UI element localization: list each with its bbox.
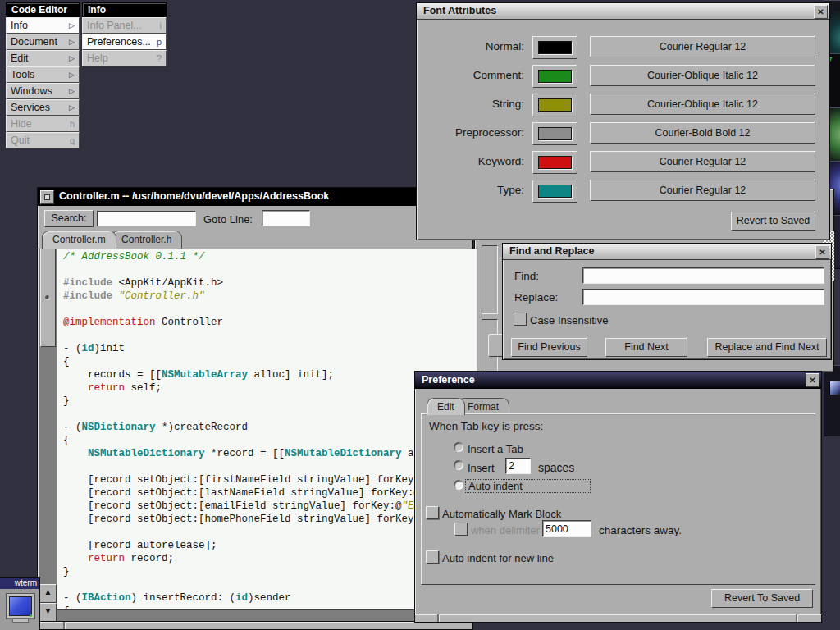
info-submenu-title[interactable]: Info [82,2,167,17]
preference-window: Preference ✕ Edit Format When Tab key is… [414,371,822,623]
miniaturize-glyph [44,194,50,200]
find-input[interactable] [582,267,824,284]
replace-input[interactable] [582,289,824,305]
revert-to-saved-button[interactable]: Revert to Saved [731,212,815,231]
font-select-button[interactable]: Courier-Oblique Italic 12 [590,94,815,115]
menu-item-label: Help [87,52,108,66]
font-attributes-title: Font Attributes [423,5,496,16]
menu-shortcut: p [157,35,162,49]
auto-indent-label: Auto indent [465,479,591,493]
vertical-scrollbar-knob[interactable] [40,249,56,347]
wterm-app-icon[interactable]: wterm [0,577,40,630]
auto-indent-newline-label: Auto indent for new line [442,552,554,564]
find-previous-button[interactable]: Find Previous [511,338,587,357]
main-menu-item-document[interactable]: Document▷ [6,34,80,50]
code-line: #include "Controller.h" [63,290,477,303]
color-swatch-button[interactable] [532,151,578,174]
main-menu-item-quit[interactable]: Quitq [6,132,80,148]
color-swatch-button[interactable] [532,180,578,203]
font-select-button[interactable]: Courier Regular 12 [590,36,815,57]
font-attr-label: String: [492,98,524,110]
auto-indent-newline-checkbox[interactable] [426,550,439,564]
menu-item-label: Preferences... [87,35,151,49]
main-menu-item-services[interactable]: Services▷ [6,99,80,116]
delimiter-checkbox[interactable] [454,523,468,536]
font-attr-row: Normal:Courier Regular 12 [417,36,828,57]
vertical-scrollbar[interactable]: ▲ ▼ [39,249,57,623]
close-icon[interactable]: ✕ [815,245,829,259]
info-submenu-item-help[interactable]: Help? [82,50,167,66]
menu-shortcut: h [70,117,75,131]
main-menu-item-tools[interactable]: Tools▷ [6,66,80,83]
color-swatch-button[interactable] [532,36,578,59]
color-swatch-button[interactable] [532,122,578,145]
find-replace-titlebar[interactable]: Find and Replace ✕ [503,244,831,260]
color-swatch [538,156,572,169]
close-icon[interactable]: ✕ [814,5,828,19]
color-swatch-button[interactable] [532,94,578,116]
replace-and-find-next-button[interactable]: Replace and Find Next [707,338,827,357]
goto-line-input[interactable] [262,210,310,226]
resize-notch [437,614,439,622]
font-select-button[interactable]: Courier Regular 12 [590,180,815,201]
font-attr-label: Preprocessor: [455,126,524,139]
insert-spaces-radio[interactable] [454,460,463,470]
font-attr-label: Normal: [486,40,524,52]
menu-item-label: Tools [11,68,34,82]
editor-resize-bar[interactable] [38,621,472,629]
editor-title: Controller.m -- /usr/home/dvu/devel/Apps… [59,190,329,202]
main-menu-item-windows[interactable]: Windows▷ [6,83,80,99]
code-line: @implementation Controller [63,316,477,329]
submenu-arrow-icon: ▷ [69,84,75,98]
menu-item-label: Windows [11,84,52,98]
font-attr-row: Preprocessor:Courier-Bold Bold 12 [417,122,828,144]
find-next-button[interactable]: Find Next [605,338,687,357]
font-attributes-titlebar[interactable]: Font Attributes ✕ [417,3,829,20]
editor-titlebar[interactable]: Controller.m -- /usr/home/dvu/devel/Apps… [38,188,472,206]
main-menu-item-hide[interactable]: Hideh [6,116,80,132]
close-icon[interactable]: ✕ [806,373,819,387]
spaces-count-input[interactable] [505,458,531,474]
tab-controller-h[interactable]: Controller.h [111,231,182,249]
resize-notch [796,614,797,622]
info-submenu-item-info-panel[interactable]: Info Panel...i [82,17,167,34]
preference-resize-bar[interactable] [415,614,821,622]
search-button[interactable]: Search: [44,210,94,227]
mark-block-label: Automatically Mark Block [442,508,561,520]
tab-edit[interactable]: Edit [427,398,465,415]
info-submenu-item-preferences[interactable]: Preferences...p [82,34,167,50]
main-menu-title[interactable]: Code Editor [6,2,80,17]
color-swatch-button[interactable] [532,65,578,88]
mark-block-checkbox[interactable] [426,506,439,519]
auto-indent-radio[interactable] [454,480,463,490]
insert-tab-radio[interactable] [454,442,463,452]
scroll-up-button[interactable]: ▲ [39,584,57,603]
wterm-label: wterm [0,578,39,589]
font-select-button[interactable]: Courier-Bold Bold 12 [590,122,815,144]
code-line: { [63,355,477,368]
dock-tile-files[interactable] [824,365,840,436]
preference-titlebar[interactable]: Preference ✕ [415,372,821,389]
font-attr-row: Type:Courier Regular 12 [417,180,828,201]
miniaturize-button[interactable] [40,190,54,204]
main-menu-item-info[interactable]: Info▷ [6,17,80,34]
delimiter-label: when delimiter i [471,524,545,536]
dock-files-icon [829,381,840,395]
tab-controller-m[interactable]: Controller.m [42,231,116,249]
goto-line-label: Goto Line: [203,213,253,226]
code-line [63,329,477,342]
font-select-button[interactable]: Courier-Oblique Italic 12 [590,65,815,86]
delimiter-count-input[interactable] [542,520,591,537]
revert-to-saved-button[interactable]: Revert To Saved [711,589,813,608]
main-menu-item-edit[interactable]: Edit▷ [6,50,80,66]
menu-shortcut: ? [157,52,162,66]
case-insensitive-checkbox[interactable] [514,313,527,326]
search-input[interactable] [97,211,196,226]
insert-spaces-label: Insert [468,462,495,474]
font-attr-label: Keyword: [478,155,524,167]
insert-tab-label: Insert a Tab [468,443,523,455]
font-attr-row: Comment:Courier-Oblique Italic 12 [417,65,828,86]
font-select-button[interactable]: Courier Regular 12 [590,151,815,172]
color-swatch [538,185,572,198]
scroll-down-button[interactable]: ▼ [39,603,57,622]
